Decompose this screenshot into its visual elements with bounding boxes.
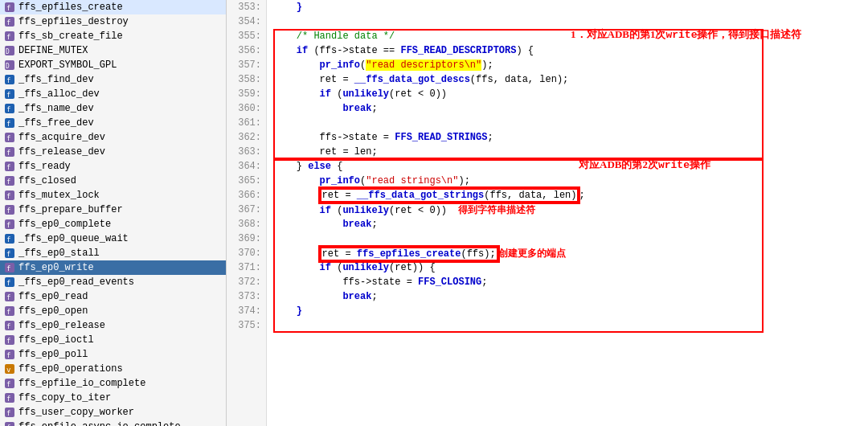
code-line: break; [273,217,868,231]
sidebar-item[interactable]: fffs_user_copy_worker [0,405,226,420]
svg-text:f: f [6,279,10,287]
svg-text:f: f [6,264,10,272]
sidebar-item[interactable]: vffs_ep0_operations [0,362,226,376]
sidebar-item[interactable]: f_ffs_free_dev [0,116,226,130]
svg-text:f: f [6,163,10,171]
func-icon: f [3,261,16,274]
code-line: } [273,304,868,318]
sidebar-item[interactable]: fffs_ready [0,159,226,174]
code-line: ret = __ffs_data_got_strings(ffs, data, … [273,188,868,203]
sidebar-item[interactable]: fffs_ep0_open [0,304,226,318]
line-number: 363: [227,145,261,159]
sidebar-item-label: ffs_ep0_write [18,262,94,273]
code-line: pr_info("read descriptors\n"); [273,58,868,72]
sidebar-item-label: ffs_ep0_ioctl [18,334,94,346]
svg-text:f: f [6,192,10,200]
sidebar-item[interactable]: fffs_epfile_io_complete [0,376,226,391]
sidebar-item[interactable]: fffs_sb_create_file [0,29,226,43]
code-line: break; [273,101,868,116]
func-icon: f [3,145,16,158]
func-icon: f [3,406,16,419]
sidebar-item[interactable]: fffs_epfiles_destroy [0,14,226,29]
code-line: if (unlikely(ret < 0)) [273,87,868,101]
svg-text:f: f [6,236,10,244]
line-number: 364: [227,159,261,174]
sidebar-item[interactable]: fffs_epfile_async_io_complete [0,420,226,426]
svg-text:f: f [6,134,10,142]
sidebar-item-label: ffs_release_dev [18,146,105,158]
line-number: 366: [227,188,261,203]
code-line [273,116,868,130]
svg-text:D: D [6,48,10,55]
func-icon: f [3,334,16,346]
sidebar-item-label: ffs_epfiles_destroy [18,16,129,27]
sidebar-item[interactable]: fffs_closed [0,174,226,188]
sidebar-item[interactable]: fffs_ep0_poll [0,347,226,362]
code-area: 353:354:355:356:357:358:359:360:361:362:… [227,0,868,426]
line-number: 356: [227,43,261,58]
sidebar-item[interactable]: f_ffs_ep0_queue_wait [0,231,226,246]
sidebar-item[interactable]: fffs_ep0_write [0,260,226,275]
func-icon: f [3,319,16,332]
sidebar-item[interactable]: f_ffs_alloc_dev [0,87,226,101]
line-number: 371: [227,260,261,275]
code-line [273,318,868,333]
func-icon: f [3,1,16,14]
svg-text:f: f [6,4,10,12]
sidebar-item-label: ffs_epfile_io_complete [18,378,145,389]
sidebar-item[interactable]: f_ffs_find_dev [0,72,226,87]
func-icon: D [3,59,16,72]
line-number: 370: [227,246,261,260]
sidebar-item-label: _ffs_ep0_stall [18,248,100,259]
func-icon: f [3,218,16,231]
sidebar-item[interactable]: fffs_copy_to_iter [0,391,226,405]
sidebar-item[interactable]: fffs_release_dev [0,145,226,159]
func-icon: f [3,290,16,303]
func-icon: f [3,276,16,289]
sidebar-item-label: ffs_ep0_open [18,305,88,317]
code-line: } else { [273,159,868,174]
code-line: ret = ffs_epfiles_create(ffs);创建更多的端点 [273,246,868,260]
line-number: 365: [227,174,261,188]
sidebar-item[interactable]: DEXPORT_SYMBOL_GPL [0,58,226,72]
svg-text:f: f [6,105,10,113]
sidebar-item[interactable]: fffs_ep0_complete [0,217,226,231]
sidebar-item[interactable]: f_ffs_ep0_stall [0,246,226,260]
sidebar-item[interactable]: fffs_ep0_release [0,318,226,333]
line-numbers: 353:354:355:356:357:358:359:360:361:362:… [227,0,267,426]
sidebar-item[interactable]: fffs_ep0_read [0,289,226,304]
svg-text:f: f [6,18,10,27]
code-line: ffs->state = FFS_CLOSING; [273,275,868,289]
svg-text:v: v [6,366,10,374]
code-line: if (unlikely(ret)) { [273,260,868,275]
line-number: 372: [227,275,261,289]
sidebar-item[interactable]: fffs_epfiles_create [0,0,226,14]
sidebar-item-label: ffs_ep0_complete [18,219,111,230]
sidebar-item-label: _ffs_alloc_dev [18,88,100,100]
sidebar-item-label: ffs_ready [18,161,71,172]
func-icon: f [3,88,16,100]
sidebar-item-label: ffs_sb_create_file [18,31,123,42]
func-icon: f [3,30,16,43]
sidebar-item-label: EXPORT_SYMBOL_GPL [18,59,117,71]
sidebar-item-label: _ffs_ep0_read_events [18,276,134,288]
sidebar-item[interactable]: fffs_prepare_buffer [0,203,226,217]
sidebar-item[interactable]: DDEFINE_MUTEX [0,43,226,58]
sidebar-item[interactable]: f_ffs_ep0_read_events [0,275,226,289]
sidebar-item[interactable]: f_ffs_name_dev [0,101,226,116]
sidebar-item[interactable]: fffs_mutex_lock [0,188,226,203]
sidebar-item[interactable]: fffs_ep0_ioctl [0,333,226,347]
line-number: 368: [227,217,261,231]
sidebar-item-label: ffs_ep0_read [18,291,88,302]
line-number: 359: [227,87,261,101]
sidebar-item-label: ffs_user_copy_worker [18,407,134,418]
sidebar-item-label: ffs_closed [18,175,76,186]
func-icon: v [3,363,16,375]
sidebar-item-label: ffs_epfile_async_io_complete [18,421,181,426]
func-icon: f [3,305,16,317]
code-content: } /* Handle data */ if (ffs->state == FF… [267,0,868,426]
line-number: 354: [227,14,261,29]
sidebar-item[interactable]: fffs_acquire_dev [0,130,226,145]
svg-text:f: f [6,409,10,417]
sidebar: fffs_epfiles_createfffs_epfiles_destroyf… [0,0,227,426]
